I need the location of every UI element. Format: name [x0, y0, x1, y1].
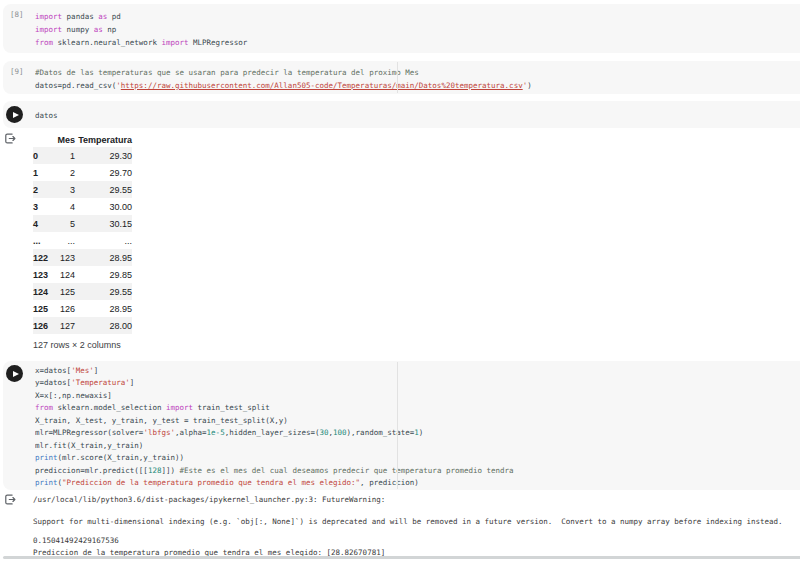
- code-cell-model-training: x=datos['Mes']y=datos['Temperatura']X=x[…: [3, 361, 800, 490]
- future-warning-text: /usr/local/lib/python3.6/dist-packages/i…: [33, 494, 783, 527]
- next-cell-divider: [3, 556, 800, 559]
- play-icon: [13, 112, 19, 118]
- output-indicator-icon[interactable]: [4, 493, 17, 506]
- table-row: 12612728.00: [33, 317, 132, 334]
- table-row: 12412529.55: [33, 283, 132, 300]
- table-row: 3430.00: [33, 198, 132, 215]
- table-row: 12312429.85: [33, 266, 132, 283]
- editor-divider-line: [397, 62, 398, 93]
- csv-url-link[interactable]: https://raw.githubusercontent.com/Allan5…: [121, 81, 523, 90]
- dataframe-table: Mes Temperatura 0129.301229.702329.55343…: [33, 132, 132, 334]
- table-row: 1229.70: [33, 164, 132, 181]
- execution-count-9[interactable]: [9]: [10, 67, 24, 76]
- table-row: 0129.30: [33, 147, 132, 164]
- table-row: .........: [33, 232, 132, 249]
- table-row: 4530.15: [33, 215, 132, 232]
- code-editor-model-training[interactable]: x=datos['Mes']y=datos['Temperatura']X=x[…: [35, 361, 796, 490]
- table-row: 12512628.95: [33, 300, 132, 317]
- output-area-prediction: /usr/local/lib/python3.6/dist-packages/i…: [0, 490, 800, 556]
- code-editor-imports[interactable]: import pandas as pdimport numpy as npfro…: [35, 4, 796, 49]
- notebook-page: { "colors": { "keyword": "#bd3fbd", "str…: [0, 0, 800, 564]
- dataframe-header: Mes Temperatura: [33, 132, 132, 147]
- code-cell-imports: [8] import pandas as pdimport numpy as n…: [3, 4, 800, 53]
- table-row: 2329.55: [33, 181, 132, 198]
- dataframe-col-temperatura: Temperatura: [75, 132, 132, 147]
- code-editor-datos[interactable]: datos: [35, 101, 796, 122]
- dataframe-col-mes: Mes: [57, 132, 75, 147]
- code-editor-read-csv[interactable]: #Datos de las temperaturas que se usaran…: [35, 61, 796, 92]
- output-area-dataframe: Mes Temperatura 0129.301229.702329.55343…: [0, 130, 800, 358]
- output-indicator-icon[interactable]: [4, 132, 17, 145]
- run-cell-button[interactable]: [6, 365, 23, 382]
- execution-count-8[interactable]: [8]: [10, 10, 24, 19]
- table-row: 12212328.95: [33, 249, 132, 266]
- run-cell-button[interactable]: [6, 106, 23, 123]
- editor-divider-line: [397, 362, 398, 489]
- dataframe-corner-cell: [33, 132, 57, 147]
- code-cell-datos: datos: [3, 101, 800, 128]
- play-icon: [13, 371, 19, 377]
- dataframe-shape-caption: 127 rows × 2 columns: [33, 340, 132, 350]
- dataframe-output: Mes Temperatura 0129.301229.702329.55343…: [33, 132, 132, 350]
- code-cell-read-csv: [9] #Datos de las temperaturas que se us…: [3, 61, 800, 94]
